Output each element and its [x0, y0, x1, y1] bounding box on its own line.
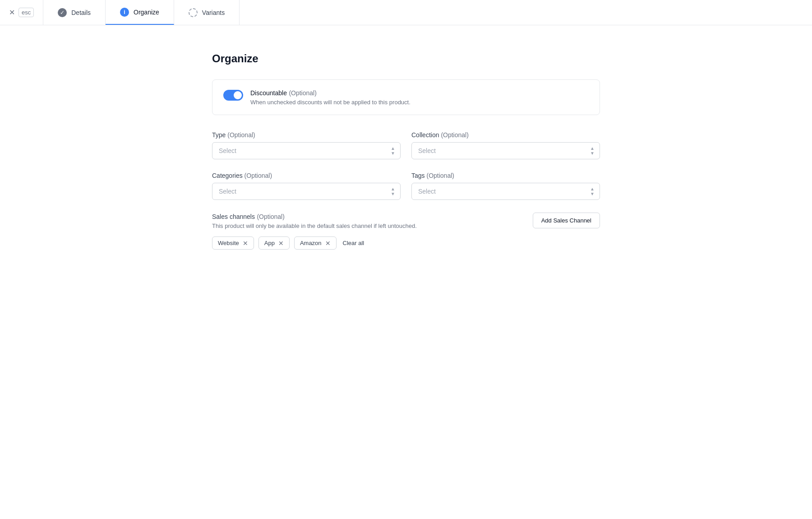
type-label: Type (Optional) [212, 131, 401, 139]
discountable-optional: (Optional) [289, 89, 316, 97]
collection-select-wrapper: Select ▲ ▼ [411, 142, 600, 159]
channel-tag-website-label: Website [218, 240, 239, 246]
tags-select[interactable]: Select [411, 183, 600, 200]
esc-label: esc [18, 8, 34, 17]
tags-label: Tags (Optional) [411, 172, 600, 179]
tab-variants-label: Variants [202, 9, 225, 16]
type-select[interactable]: Select [212, 142, 401, 159]
channel-tag-app: App ✕ [258, 236, 290, 250]
type-collection-row: Type (Optional) Select ▲ ▼ Collection ( [212, 131, 600, 159]
tags-group: Tags (Optional) Select ▲ ▼ [411, 172, 600, 200]
sales-channels-section: Sales channels (Optional) This product w… [212, 213, 600, 250]
sales-channels-header-text: Sales channels (Optional) This product w… [212, 213, 417, 229]
channel-tags-list: Website ✕ App ✕ Amazon ✕ Clear all [212, 236, 600, 250]
discountable-label: Discountable [250, 89, 287, 97]
type-select-wrapper: Select ▲ ▼ [212, 142, 401, 159]
tab-details[interactable]: ✓ Details [43, 0, 106, 25]
collection-label: Collection (Optional) [411, 131, 600, 139]
discountable-toggle[interactable] [223, 90, 243, 101]
sales-channels-header: Sales channels (Optional) This product w… [212, 213, 600, 229]
channel-tag-app-label: App [264, 240, 275, 246]
remove-website-button[interactable]: ✕ [243, 240, 248, 246]
add-sales-channel-button[interactable]: Add Sales Channel [533, 213, 600, 228]
categories-tags-row: Categories (Optional) Select ▲ ▼ Tags ( [212, 172, 600, 200]
sales-channels-description: This product will only be available in t… [212, 222, 417, 229]
tab-details-label: Details [71, 9, 91, 16]
top-nav: ✕ esc ✓ Details i Organize Variants [0, 0, 812, 25]
close-icon: ✕ [9, 8, 15, 17]
page-title: Organize [212, 52, 600, 65]
clear-all-button[interactable]: Clear all [341, 237, 366, 249]
form-container: Organize Discountable (Optional) When un… [212, 52, 600, 250]
channel-tag-website: Website ✕ [212, 236, 254, 250]
channel-tag-amazon: Amazon ✕ [294, 236, 337, 250]
dashed-circle-icon [189, 8, 198, 17]
check-icon: ✓ [58, 8, 67, 17]
tab-variants[interactable]: Variants [174, 0, 240, 25]
remove-amazon-button[interactable]: ✕ [325, 240, 331, 246]
channel-tag-amazon-label: Amazon [300, 240, 322, 246]
tab-organize[interactable]: i Organize [106, 0, 174, 25]
collection-group: Collection (Optional) Select ▲ ▼ [411, 131, 600, 159]
sales-channels-title: Sales channels (Optional) [212, 213, 417, 221]
remove-app-button[interactable]: ✕ [278, 240, 284, 246]
type-group: Type (Optional) Select ▲ ▼ [212, 131, 401, 159]
categories-select-wrapper: Select ▲ ▼ [212, 183, 401, 200]
info-icon: i [120, 8, 129, 17]
categories-group: Categories (Optional) Select ▲ ▼ [212, 172, 401, 200]
tab-organize-label: Organize [134, 9, 159, 16]
categories-label: Categories (Optional) [212, 172, 401, 179]
close-button[interactable]: ✕ esc [0, 0, 43, 25]
tags-select-wrapper: Select ▲ ▼ [411, 183, 600, 200]
categories-select[interactable]: Select [212, 183, 401, 200]
discountable-text: Discountable (Optional) When unchecked d… [250, 89, 411, 106]
discountable-description: When unchecked discounts will not be app… [250, 99, 411, 106]
discountable-box: Discountable (Optional) When unchecked d… [212, 79, 600, 115]
collection-select[interactable]: Select [411, 142, 600, 159]
main-content: Organize Discountable (Optional) When un… [0, 25, 812, 250]
